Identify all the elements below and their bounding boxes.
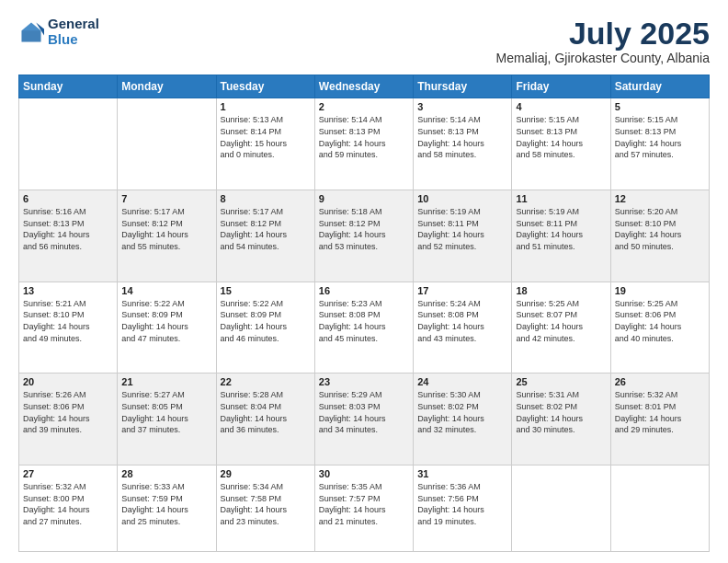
- day-info: Sunrise: 5:29 AM Sunset: 8:03 PM Dayligh…: [319, 389, 409, 435]
- day-number: 22: [221, 376, 311, 387]
- day-number: 5: [615, 101, 705, 112]
- day-info: Sunrise: 5:32 AM Sunset: 8:01 PM Dayligh…: [615, 389, 705, 435]
- day-info: Sunrise: 5:14 AM Sunset: 8:13 PM Dayligh…: [319, 114, 409, 160]
- col-tuesday: Tuesday: [216, 75, 314, 98]
- day-number: 16: [319, 285, 409, 296]
- day-info: Sunrise: 5:28 AM Sunset: 8:04 PM Dayligh…: [221, 389, 311, 435]
- logo-text: General Blue: [48, 17, 99, 47]
- col-sunday: Sunday: [19, 75, 118, 98]
- day-number: 29: [221, 468, 311, 479]
- day-info: Sunrise: 5:31 AM Sunset: 8:02 PM Dayligh…: [516, 389, 606, 435]
- table-row: 25Sunrise: 5:31 AM Sunset: 8:02 PM Dayli…: [512, 373, 610, 465]
- table-row: 24Sunrise: 5:30 AM Sunset: 8:02 PM Dayli…: [414, 373, 512, 465]
- day-number: 24: [417, 376, 507, 387]
- table-row: 21Sunrise: 5:27 AM Sunset: 8:05 PM Dayli…: [118, 373, 216, 465]
- table-row: 8Sunrise: 5:17 AM Sunset: 8:12 PM Daylig…: [216, 190, 314, 282]
- logo: General Blue: [18, 17, 99, 47]
- day-info: Sunrise: 5:20 AM Sunset: 8:10 PM Dayligh…: [615, 206, 705, 252]
- day-number: 31: [417, 468, 507, 479]
- logo-blue: Blue: [48, 31, 78, 47]
- logo-icon: [18, 19, 44, 45]
- calendar-header-row: Sunday Monday Tuesday Wednesday Thursday…: [19, 75, 710, 98]
- day-number: 28: [121, 468, 211, 479]
- day-info: Sunrise: 5:25 AM Sunset: 8:07 PM Dayligh…: [516, 298, 606, 344]
- day-info: Sunrise: 5:19 AM Sunset: 8:11 PM Dayligh…: [417, 206, 507, 252]
- day-number: 19: [615, 285, 705, 296]
- day-number: 1: [221, 101, 311, 112]
- day-info: Sunrise: 5:26 AM Sunset: 8:06 PM Dayligh…: [23, 389, 113, 435]
- table-row: [610, 465, 709, 552]
- day-number: 15: [221, 285, 311, 296]
- day-info: Sunrise: 5:27 AM Sunset: 8:05 PM Dayligh…: [121, 389, 211, 435]
- day-info: Sunrise: 5:25 AM Sunset: 8:06 PM Dayligh…: [615, 298, 705, 344]
- day-number: 9: [319, 193, 409, 204]
- table-row: 14Sunrise: 5:22 AM Sunset: 8:09 PM Dayli…: [118, 282, 216, 373]
- day-info: Sunrise: 5:23 AM Sunset: 8:08 PM Dayligh…: [319, 298, 409, 344]
- title-block: July 2025 Memaliaj, Gjirokaster County, …: [496, 17, 710, 65]
- day-number: 3: [417, 101, 507, 112]
- calendar-week-row: 27Sunrise: 5:32 AM Sunset: 8:00 PM Dayli…: [19, 465, 710, 552]
- table-row: 19Sunrise: 5:25 AM Sunset: 8:06 PM Dayli…: [610, 282, 709, 373]
- day-number: 6: [23, 193, 113, 204]
- table-row: 16Sunrise: 5:23 AM Sunset: 8:08 PM Dayli…: [314, 282, 413, 373]
- table-row: 23Sunrise: 5:29 AM Sunset: 8:03 PM Dayli…: [314, 373, 413, 465]
- table-row: 17Sunrise: 5:24 AM Sunset: 8:08 PM Dayli…: [414, 282, 512, 373]
- table-row: 6Sunrise: 5:16 AM Sunset: 8:13 PM Daylig…: [19, 190, 118, 282]
- day-number: 21: [121, 376, 211, 387]
- logo-general: General: [48, 16, 99, 31]
- day-info: Sunrise: 5:32 AM Sunset: 8:00 PM Dayligh…: [23, 481, 113, 527]
- table-row: 22Sunrise: 5:28 AM Sunset: 8:04 PM Dayli…: [216, 373, 314, 465]
- calendar-week-row: 13Sunrise: 5:21 AM Sunset: 8:10 PM Dayli…: [19, 282, 710, 373]
- table-row: 27Sunrise: 5:32 AM Sunset: 8:00 PM Dayli…: [19, 465, 118, 552]
- day-info: Sunrise: 5:33 AM Sunset: 7:59 PM Dayligh…: [121, 481, 211, 527]
- day-info: Sunrise: 5:34 AM Sunset: 7:58 PM Dayligh…: [221, 481, 311, 527]
- day-info: Sunrise: 5:22 AM Sunset: 8:09 PM Dayligh…: [221, 298, 311, 344]
- day-number: 23: [319, 376, 409, 387]
- day-info: Sunrise: 5:17 AM Sunset: 8:12 PM Dayligh…: [121, 206, 211, 252]
- day-number: 8: [221, 193, 311, 204]
- calendar-table: Sunday Monday Tuesday Wednesday Thursday…: [18, 75, 710, 552]
- day-number: 27: [23, 468, 113, 479]
- table-row: 2Sunrise: 5:14 AM Sunset: 8:13 PM Daylig…: [314, 98, 413, 190]
- day-info: Sunrise: 5:13 AM Sunset: 8:14 PM Dayligh…: [221, 114, 311, 160]
- day-number: 14: [121, 285, 211, 296]
- day-number: 13: [23, 285, 113, 296]
- day-info: Sunrise: 5:15 AM Sunset: 8:13 PM Dayligh…: [516, 114, 606, 160]
- day-number: 2: [319, 101, 409, 112]
- table-row: 9Sunrise: 5:18 AM Sunset: 8:12 PM Daylig…: [314, 190, 413, 282]
- table-row: 4Sunrise: 5:15 AM Sunset: 8:13 PM Daylig…: [512, 98, 610, 190]
- table-row: 28Sunrise: 5:33 AM Sunset: 7:59 PM Dayli…: [118, 465, 216, 552]
- table-row: [19, 98, 118, 190]
- day-info: Sunrise: 5:30 AM Sunset: 8:02 PM Dayligh…: [417, 389, 507, 435]
- day-info: Sunrise: 5:15 AM Sunset: 8:13 PM Dayligh…: [615, 114, 705, 160]
- calendar-week-row: 6Sunrise: 5:16 AM Sunset: 8:13 PM Daylig…: [19, 190, 710, 282]
- col-saturday: Saturday: [610, 75, 709, 98]
- day-number: 4: [516, 101, 606, 112]
- table-row: 5Sunrise: 5:15 AM Sunset: 8:13 PM Daylig…: [610, 98, 709, 190]
- col-monday: Monday: [118, 75, 216, 98]
- day-info: Sunrise: 5:22 AM Sunset: 8:09 PM Dayligh…: [121, 298, 211, 344]
- day-number: 18: [516, 285, 606, 296]
- day-info: Sunrise: 5:24 AM Sunset: 8:08 PM Dayligh…: [417, 298, 507, 344]
- day-info: Sunrise: 5:14 AM Sunset: 8:13 PM Dayligh…: [417, 114, 507, 160]
- calendar-week-row: 1Sunrise: 5:13 AM Sunset: 8:14 PM Daylig…: [19, 98, 710, 190]
- table-row: 7Sunrise: 5:17 AM Sunset: 8:12 PM Daylig…: [118, 190, 216, 282]
- col-wednesday: Wednesday: [314, 75, 413, 98]
- day-number: 26: [615, 376, 705, 387]
- table-row: 26Sunrise: 5:32 AM Sunset: 8:01 PM Dayli…: [610, 373, 709, 465]
- table-row: 29Sunrise: 5:34 AM Sunset: 7:58 PM Dayli…: [216, 465, 314, 552]
- day-number: 12: [615, 193, 705, 204]
- calendar-week-row: 20Sunrise: 5:26 AM Sunset: 8:06 PM Dayli…: [19, 373, 710, 465]
- table-row: 18Sunrise: 5:25 AM Sunset: 8:07 PM Dayli…: [512, 282, 610, 373]
- day-info: Sunrise: 5:18 AM Sunset: 8:12 PM Dayligh…: [319, 206, 409, 252]
- day-number: 25: [516, 376, 606, 387]
- main-title: July 2025: [496, 17, 710, 51]
- table-row: 1Sunrise: 5:13 AM Sunset: 8:14 PM Daylig…: [216, 98, 314, 190]
- table-row: [118, 98, 216, 190]
- table-row: 13Sunrise: 5:21 AM Sunset: 8:10 PM Dayli…: [19, 282, 118, 373]
- svg-rect-2: [22, 30, 41, 41]
- day-number: 7: [121, 193, 211, 204]
- day-number: 10: [417, 193, 507, 204]
- day-number: 17: [417, 285, 507, 296]
- table-row: 15Sunrise: 5:22 AM Sunset: 8:09 PM Dayli…: [216, 282, 314, 373]
